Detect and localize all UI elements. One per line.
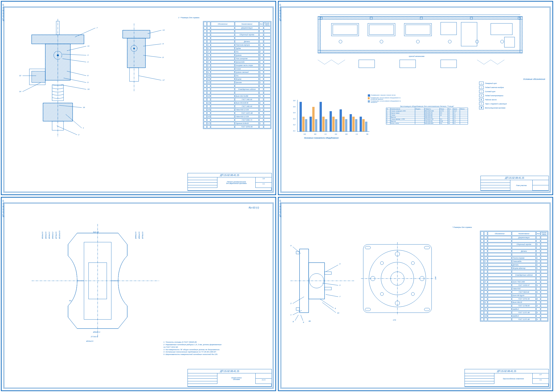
svg-point-138 <box>380 261 383 265</box>
svg-text:12: 12 <box>19 75 21 77</box>
svg-text:Ø16±0.5: Ø16±0.5 <box>41 232 43 239</box>
svg-point-64 <box>339 40 342 43</box>
sheet-bottom-left: ДП.15.02.08.41.15 Rz 63 (√) Ø16±0.5 Ø20±… <box>1 197 276 391</box>
drawing-chuck-detail: 13 9 8 17 <box>118 23 171 92</box>
svg-rect-80 <box>441 60 457 68</box>
svg-rect-54 <box>331 23 359 36</box>
page-grid: ДП.15.02.08.41.15 1 * Размеры для справо… <box>0 0 554 392</box>
drawing-casting: Ø16±0.5 Ø20±0.5 Ø24±0.2 Ø30±0.2 Ø74±0.5 … <box>32 217 159 344</box>
svg-text:Ø78±0.5: Ø78±0.5 <box>142 232 144 239</box>
svg-text:194: 194 <box>434 276 437 280</box>
drawing-title: Патрон (универсальный) <box>227 181 246 182</box>
svg-text:6: 6 <box>335 308 336 309</box>
svg-text:170: 170 <box>393 319 396 321</box>
svg-line-113 <box>293 297 304 304</box>
svg-text:7: 7 <box>339 296 340 298</box>
svg-text:14: 14 <box>19 91 21 92</box>
svg-line-121 <box>320 299 334 308</box>
svg-text:Ø20±0.5: Ø20±0.5 <box>45 232 47 239</box>
svg-line-123 <box>326 294 338 297</box>
svg-rect-62 <box>491 23 512 35</box>
floor-plan: 4800480048004800 проезд механизма <box>318 14 523 73</box>
svg-text:2: 2 <box>78 134 79 136</box>
svg-point-140 <box>380 292 383 296</box>
svg-rect-142 <box>365 246 371 249</box>
drawing-chuck-main: 7 11 3 4 6 5 10 1 16 2 12 14 <box>18 19 116 137</box>
title-block-br: ДП.15.02.08.41.15 Приспособление станочн… <box>465 369 549 387</box>
svg-text:4800: 4800 <box>443 14 447 15</box>
sheet-bottom-right: ДП.15.02.08.41.15 * Размеры для справок.… <box>278 197 553 391</box>
svg-rect-104 <box>296 308 300 310</box>
svg-rect-106 <box>324 287 331 290</box>
svg-rect-143 <box>424 246 430 249</box>
svg-rect-57 <box>369 25 394 35</box>
svg-text:6: 6 <box>87 75 88 77</box>
svg-text:1: 1 <box>83 127 84 129</box>
svg-line-109 <box>326 265 338 272</box>
svg-text:86: 86 <box>309 320 311 322</box>
svg-point-69 <box>501 40 504 43</box>
svg-text:Ø50±0.5: Ø50±0.5 <box>138 232 140 239</box>
title-block-bl: ДП.15.02.08.41.15 Опора колеса Отливка 2… <box>187 369 272 387</box>
sheet-top-left: ДП.15.02.08.41.15 1 * Размеры для справо… <box>1 1 276 195</box>
svg-text:27.5±0.5: 27.5±0.5 <box>91 336 98 338</box>
drawing-title: План участка <box>516 185 526 186</box>
note-sizes-ref: 1 * Размеры для справок. <box>178 17 200 19</box>
svg-text:1: 1 <box>290 314 291 316</box>
svg-rect-144 <box>365 308 371 311</box>
svg-line-32 <box>22 83 41 92</box>
svg-text:5: 5 <box>87 81 88 84</box>
svg-text:10: 10 <box>337 312 339 314</box>
svg-text:8: 8 <box>163 56 164 58</box>
svg-rect-58 <box>404 23 432 36</box>
svg-rect-145 <box>424 308 430 311</box>
roughness-symbol: Rz 63 (√) <box>249 206 259 209</box>
svg-line-42 <box>143 44 161 46</box>
title-block-tr: ДП.15.02.08.41.15 План участка <box>481 176 549 191</box>
equipment-chart: 0.10.20.30.40.50.6 К223000-0К223000-0786… <box>297 87 372 133</box>
svg-text:13: 13 <box>163 29 165 31</box>
svg-rect-56 <box>368 23 395 36</box>
svg-text:Ø33±0.5: Ø33±0.5 <box>86 340 93 342</box>
sheet-top-right: ДП.15.02.08.41.15 4800480048004800 <box>278 1 553 195</box>
drawing-fixture-front: 170 194 <box>356 238 438 324</box>
svg-rect-79 <box>400 60 416 68</box>
svg-text:8: 8 <box>293 321 294 323</box>
svg-point-38 <box>133 48 135 49</box>
drawing-fixture-section: 5 4 3 2 1 8 9 6 7 10 86 <box>290 238 354 324</box>
svg-text:4: 4 <box>87 61 88 63</box>
svg-line-117 <box>295 315 298 321</box>
svg-text:7: 7 <box>96 27 98 29</box>
svg-text:5: 5 <box>290 245 292 247</box>
svg-point-67 <box>448 40 451 43</box>
svg-rect-105 <box>324 272 331 274</box>
svg-point-66 <box>416 40 419 43</box>
symbol-legend: Условные обозначения ▭Пожарный щит△Подво… <box>479 78 545 110</box>
title-block-tl: ДП.15.02.08.41.15 Патрон (универсальный)… <box>187 173 272 191</box>
svg-line-44 <box>143 55 161 57</box>
svg-rect-59 <box>406 25 430 35</box>
equipment-table: Экспликация оборудования для изготовлени… <box>386 105 468 124</box>
svg-text:R1: R1 <box>69 300 72 302</box>
svg-text:4: 4 <box>339 263 340 265</box>
svg-point-5 <box>57 54 59 56</box>
svg-text:11: 11 <box>87 45 89 47</box>
spec-table-tl: Обозначение Наименование Кол Приме-чание… <box>203 21 271 129</box>
svg-text:Ø110±0.5: Ø110±0.5 <box>58 231 61 239</box>
svg-text:3: 3 <box>87 54 88 56</box>
svg-rect-63 <box>504 37 515 47</box>
svg-rect-78 <box>359 60 375 68</box>
svg-text:9±0.18: 9±0.18 <box>93 231 99 233</box>
svg-text:16: 16 <box>83 106 85 108</box>
svg-text:2: 2 <box>290 302 292 304</box>
svg-text:17: 17 <box>163 79 165 81</box>
svg-rect-60 <box>441 22 457 35</box>
svg-text:9: 9 <box>163 43 164 45</box>
svg-line-46 <box>139 76 161 80</box>
svg-text:Ø45±0.5: Ø45±0.5 <box>135 232 137 239</box>
svg-line-125 <box>322 302 336 313</box>
svg-point-141 <box>411 292 415 296</box>
spec-table-br: Обозначение Наименование Кол Приме-чание… <box>480 231 548 322</box>
svg-text:Ø56±0.3: Ø56±0.3 <box>93 331 100 333</box>
drawing-subtitle: для закрепления протяжек <box>226 182 246 184</box>
